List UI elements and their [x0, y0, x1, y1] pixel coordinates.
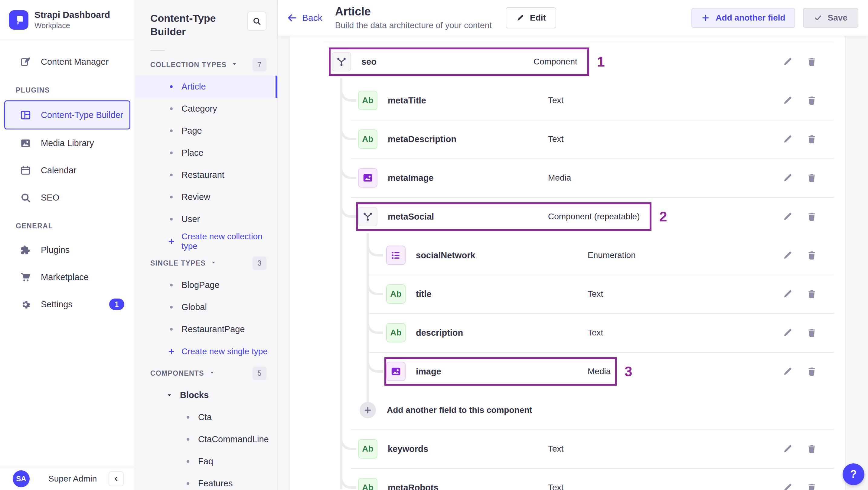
- field-row-image: 3imageMedia: [290, 352, 845, 391]
- type-item-place[interactable]: Place: [135, 142, 277, 164]
- search-button[interactable]: [247, 11, 267, 31]
- section-header-single-types[interactable]: SINGLE TYPES3: [135, 252, 277, 274]
- edit-field-button[interactable]: [781, 132, 794, 146]
- delete-field-button[interactable]: [805, 326, 818, 339]
- delete-field-button[interactable]: [805, 365, 818, 378]
- field-name: title: [416, 289, 432, 299]
- media-library-icon: [20, 137, 31, 149]
- bullet-icon: [187, 482, 189, 485]
- type-item-faq[interactable]: Faq: [135, 450, 277, 472]
- type-item-article[interactable]: Article: [135, 75, 277, 98]
- delete-field-button[interactable]: [805, 171, 818, 184]
- action-create-new-collection-type[interactable]: Create new collection type: [135, 230, 277, 252]
- type-item-ctacommandline[interactable]: CtaCommandLine: [135, 428, 277, 450]
- edit-field-button[interactable]: [781, 365, 794, 378]
- type-item-category[interactable]: Category: [135, 98, 277, 120]
- bullet-icon: [170, 108, 173, 110]
- type-item-cta[interactable]: Cta: [135, 406, 277, 428]
- edit-field-button[interactable]: [781, 326, 794, 339]
- panel-title: Content-Type Builder: [150, 11, 226, 38]
- edit-button[interactable]: Edit: [506, 7, 556, 28]
- field-type: Component: [533, 57, 577, 66]
- sidebar-item-media-library[interactable]: Media Library: [4, 129, 130, 157]
- sidebar-item-seo[interactable]: SEO: [4, 184, 130, 211]
- row-actions: [781, 171, 818, 184]
- type-item-global[interactable]: Global: [135, 296, 277, 318]
- type-item-label: RestaurantPage: [182, 324, 245, 334]
- sidebar-item-content-manager[interactable]: Content Manager: [4, 48, 130, 75]
- delete-field-button[interactable]: [805, 287, 818, 301]
- trash-icon: [806, 443, 817, 454]
- main-content: Back Article Build the data architecture…: [278, 0, 868, 490]
- edit-field-button[interactable]: [781, 442, 794, 456]
- back-link[interactable]: Back: [287, 13, 322, 23]
- pencil-icon: [782, 482, 793, 490]
- row-divider: [369, 313, 834, 314]
- media-icon: [386, 362, 406, 381]
- page-header: Back Article Build the data architecture…: [278, 0, 868, 36]
- edit-field-button[interactable]: [781, 210, 794, 223]
- workspace-brand[interactable]: Strapi Dashboard Workplace: [0, 0, 134, 40]
- trash-icon: [806, 95, 817, 106]
- calendar-icon: [20, 165, 31, 176]
- edit-field-button[interactable]: [781, 55, 794, 68]
- type-item-restaurantpage[interactable]: RestaurantPage: [135, 318, 277, 340]
- section-header-components[interactable]: COMPONENTS5: [135, 362, 277, 384]
- sidebar-item-marketplace[interactable]: Marketplace: [4, 264, 130, 291]
- help-button[interactable]: ?: [843, 463, 864, 485]
- sidebar-item-label: Marketplace: [41, 272, 89, 282]
- type-item-page[interactable]: Page: [135, 120, 277, 142]
- arrow-left-icon: [287, 13, 297, 23]
- sidebar-item-content-type-builder[interactable]: Content-Type Builder: [4, 100, 130, 129]
- edit-field-button[interactable]: [781, 287, 794, 301]
- section-title: SINGLE TYPES: [150, 259, 206, 267]
- row-divider: [350, 468, 834, 469]
- type-item-label: Review: [182, 192, 210, 202]
- action-create-new-single-type[interactable]: Create new single type: [135, 340, 277, 362]
- avatar[interactable]: SA: [13, 470, 30, 487]
- trash-icon: [806, 250, 817, 261]
- save-button[interactable]: Save: [803, 8, 858, 28]
- sidebar-item-settings[interactable]: Settings1: [4, 291, 130, 318]
- edit-field-button[interactable]: [781, 94, 794, 107]
- delete-field-button[interactable]: [805, 210, 818, 223]
- annotation-number-3: 3: [624, 363, 632, 379]
- trash-icon: [806, 327, 817, 338]
- user-name: Super Admin: [49, 474, 97, 484]
- delete-field-button[interactable]: [805, 132, 818, 146]
- edit-field-button[interactable]: [781, 249, 794, 262]
- field-type: Enumeration: [588, 250, 636, 260]
- delete-field-button[interactable]: [805, 442, 818, 456]
- add-field-to-component-button[interactable]: [360, 402, 376, 418]
- type-item-user[interactable]: User: [135, 208, 277, 230]
- edit-field-button[interactable]: [781, 481, 794, 490]
- collapse-sidebar-button[interactable]: [108, 471, 124, 486]
- add-another-field-button[interactable]: Add another field: [691, 8, 795, 28]
- delete-field-button[interactable]: [805, 481, 818, 490]
- bullet-icon: [187, 460, 189, 463]
- type-item-blogpage[interactable]: BlogPage: [135, 274, 277, 296]
- edit-field-button[interactable]: [781, 171, 794, 184]
- bullet-icon: [170, 306, 173, 308]
- bullet-icon: [170, 85, 173, 88]
- type-item-features[interactable]: Features: [135, 472, 277, 490]
- delete-field-button[interactable]: [805, 94, 818, 107]
- trash-icon: [806, 173, 817, 183]
- field-row-metaimage: metaImageMedia: [290, 158, 845, 197]
- row-actions: [781, 132, 818, 146]
- field-row-title: AbtitleText: [290, 275, 845, 313]
- delete-field-button[interactable]: [805, 55, 818, 68]
- sidebar-item-calendar[interactable]: Calendar: [4, 157, 130, 184]
- type-item-review[interactable]: Review: [135, 186, 277, 208]
- delete-field-button[interactable]: [805, 249, 818, 262]
- content-manager-icon: [20, 56, 31, 67]
- notification-badge: 1: [109, 299, 124, 310]
- type-item-label: Category: [182, 104, 217, 114]
- type-item-restaurant[interactable]: Restaurant: [135, 164, 277, 186]
- field-type: Text: [548, 134, 563, 144]
- sidebar-item-plugins[interactable]: Plugins: [4, 236, 130, 264]
- section-header-collection-types[interactable]: COLLECTION TYPES7: [135, 54, 277, 75]
- component-group-blocks[interactable]: Blocks: [135, 384, 277, 406]
- bullet-icon: [170, 174, 173, 176]
- field-type: Text: [588, 289, 603, 299]
